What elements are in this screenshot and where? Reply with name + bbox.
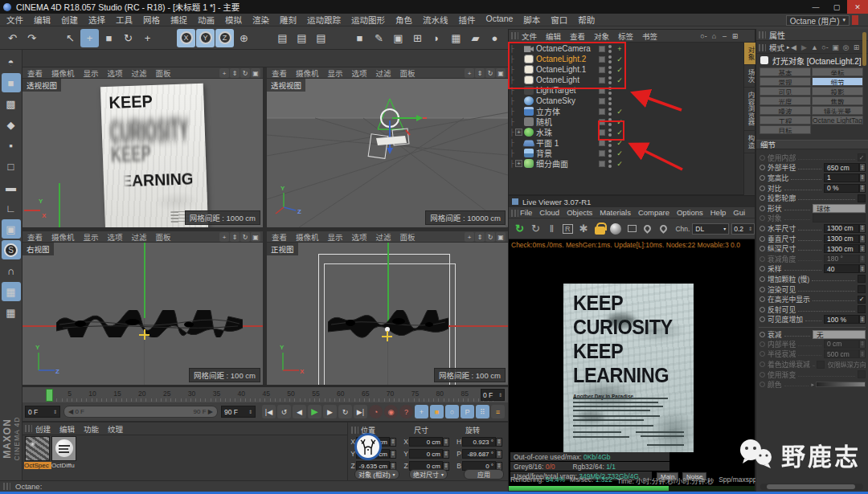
live-viewer-menu-item[interactable]: Compare (638, 208, 669, 217)
pick-material-icon[interactable] (641, 221, 656, 237)
attribute-tab[interactable]: 基本 (760, 67, 811, 76)
side-tab[interactable]: 对象 (744, 43, 755, 65)
viewport-menu-item[interactable]: 选项 (352, 231, 367, 243)
animation-knob[interactable] (760, 287, 765, 292)
goto-start-button[interactable]: |◀ (262, 405, 276, 418)
attribute-row[interactable]: 渲染可见 ⇕ ▸ (759, 284, 866, 295)
viewport-menu-item[interactable]: 摄像机 (51, 231, 75, 243)
value-field[interactable]: 0 % (824, 184, 859, 193)
object-manager-menu-item[interactable]: 书签 (642, 31, 657, 42)
viewport-menu-item[interactable]: 显示 (328, 231, 343, 243)
zoom-view-icon[interactable]: ⇕ (475, 68, 485, 78)
move-tool-icon[interactable]: + (80, 29, 99, 47)
viewport-menu-item[interactable]: 过滤 (132, 67, 147, 79)
render-view-icon[interactable]: ▤ (273, 29, 292, 47)
visibility-dots[interactable] (608, 138, 612, 148)
attribute-row[interactable]: 反射可见 ⇕ ▸ (759, 304, 866, 315)
layer-toggle[interactable] (599, 98, 605, 104)
maximize-button[interactable]: ▢ (826, 0, 847, 14)
checkbox[interactable] (817, 361, 825, 369)
rotate-tool-icon[interactable]: ↻ (119, 29, 137, 47)
undo-icon[interactable]: ↶ (3, 29, 22, 47)
floor-icon[interactable]: ▦ (447, 29, 465, 47)
viewport-perspective-2[interactable]: 查看摄像机显示选项过滤面板 +⇕↻▣ 透视视图 (267, 67, 508, 227)
animation-knob[interactable] (760, 226, 765, 231)
side-tab[interactable]: 内容浏览器 (744, 88, 755, 131)
rotate-view-icon[interactable]: ↻ (485, 68, 495, 78)
mograph-cloner-icon[interactable]: ⊞ (408, 29, 427, 47)
snap-icon[interactable]: S (2, 240, 21, 259)
attribute-row[interactable]: 颜色 ⇕ ▸ (759, 379, 866, 390)
edges-mode-icon[interactable]: □ (2, 157, 21, 176)
attribute-row[interactable]: 使用内部 ✓⇕ ✓ ✓ ▸ (759, 153, 866, 163)
new-panel-icon[interactable]: ⊞ (851, 43, 862, 51)
gamma-field[interactable]: 0.2⇕ (731, 223, 755, 235)
attribute-row[interactable]: 对象 ⇕ ▸ (759, 214, 866, 224)
viewport-menu-item[interactable]: 显示 (84, 231, 99, 243)
live-viewer-menu-item[interactable]: Materials (600, 208, 631, 217)
object-name[interactable]: OctaneLight.2 (536, 55, 586, 63)
value-stepper[interactable]: ⇕ (859, 349, 866, 358)
zoom-view-icon[interactable]: ⇕ (230, 232, 240, 242)
color-gradient-bar[interactable] (816, 382, 866, 387)
history-icon[interactable]: ◓ (2, 52, 21, 71)
checkbox[interactable] (858, 194, 866, 202)
menu-item[interactable]: 渲染 (252, 14, 269, 26)
collapse-icon[interactable]: ‒ (719, 31, 730, 41)
render-queue-icon[interactable]: ▤ (312, 29, 330, 47)
viewport-menu-item[interactable]: 面板 (400, 231, 416, 243)
viewport-menu-item[interactable]: 过滤 (376, 67, 391, 79)
expand-toggle[interactable] (515, 149, 522, 157)
visibility-dots[interactable] (608, 149, 612, 158)
attribute-tab[interactable]: 焦散 (812, 96, 863, 105)
enable-check[interactable]: ✓ (616, 108, 624, 116)
enable-check[interactable]: ✓ (616, 139, 624, 147)
value-field[interactable]: 1300 cm (824, 224, 859, 233)
visibility-dots[interactable] (608, 107, 612, 116)
attribute-tab[interactable]: 投影 (812, 87, 863, 96)
render-canvas[interactable]: KEEP CURIOSITY KEEP LEARNING Another Day… (509, 250, 755, 452)
animation-knob[interactable] (760, 316, 765, 322)
light-icon[interactable]: ● (485, 29, 504, 47)
live-viewer-menu-item[interactable]: Cloud (539, 208, 559, 217)
apply-button[interactable]: 应用 (464, 469, 504, 480)
visibility-dots[interactable] (608, 55, 612, 64)
live-viewer-menu-item[interactable]: Objects (567, 208, 592, 217)
viewport-solo-icon[interactable]: ▣ (2, 219, 21, 239)
value-field[interactable]: 180 ° (824, 255, 859, 263)
layer-toggle[interactable] (599, 161, 605, 167)
workplane-lock-icon[interactable]: ▦ (2, 282, 21, 301)
value-field[interactable]: 100 % (824, 315, 859, 324)
viewport-menu-item[interactable]: 选项 (352, 67, 367, 79)
attribute-row[interactable]: 增加颗粒 (慢) ⇕ ▸ (759, 274, 866, 284)
next-frame-button[interactable]: ▶ (323, 405, 337, 418)
viewport-menu-item[interactable]: 选项 (108, 231, 123, 243)
layer-toggle[interactable] (599, 119, 605, 125)
value-stepper[interactable]: ⇕ (859, 184, 866, 193)
pause-render-icon[interactable]: ‖ (544, 221, 559, 237)
key-position-button[interactable]: + (415, 405, 428, 418)
enable-check[interactable]: ✓ (616, 66, 624, 74)
object-name[interactable]: OctaneSky (536, 96, 575, 105)
expand-toggle[interactable] (515, 76, 522, 84)
dropdown[interactable]: 球体 (813, 204, 866, 213)
home-icon[interactable]: ⌂ (709, 31, 719, 41)
object-name[interactable]: OctaneLight (536, 76, 579, 84)
panel-scrollbar-thumb[interactable] (862, 32, 866, 66)
attribute-row[interactable]: 衰减 无⇕ 无 无 ▸ (759, 327, 866, 339)
panel-grip[interactable] (511, 32, 518, 39)
subdivision-surface-icon[interactable]: ▣ (389, 29, 407, 47)
expand-toggle[interactable] (515, 55, 522, 63)
attribute-tab[interactable]: Octane LightTag (812, 116, 863, 125)
attribute-tab[interactable]: 工程 (760, 116, 811, 125)
keyframe-mode-button[interactable]: ≡ (491, 405, 505, 418)
material-thumbnail-octdiffu[interactable] (51, 436, 76, 461)
live-viewer-title-bar[interactable]: Live Viewer 3.07-R1 (509, 196, 755, 207)
viewport-right-view[interactable]: 查看摄像机显示选项过滤面板 +⇕↻▣ 右视图 Y Z 网格间距 : 100 cm (23, 231, 263, 385)
attribute-row[interactable]: 采样 40⇕ 40 40 ▸ (759, 264, 866, 275)
model-mode-icon[interactable]: ■ (2, 73, 21, 92)
material-menu-item[interactable]: 编辑 (59, 423, 75, 435)
value-stepper[interactable]: ⇕ (859, 224, 866, 233)
material-menu-item[interactable]: 功能 (84, 423, 99, 435)
menu-item[interactable]: 文件 (6, 14, 23, 26)
